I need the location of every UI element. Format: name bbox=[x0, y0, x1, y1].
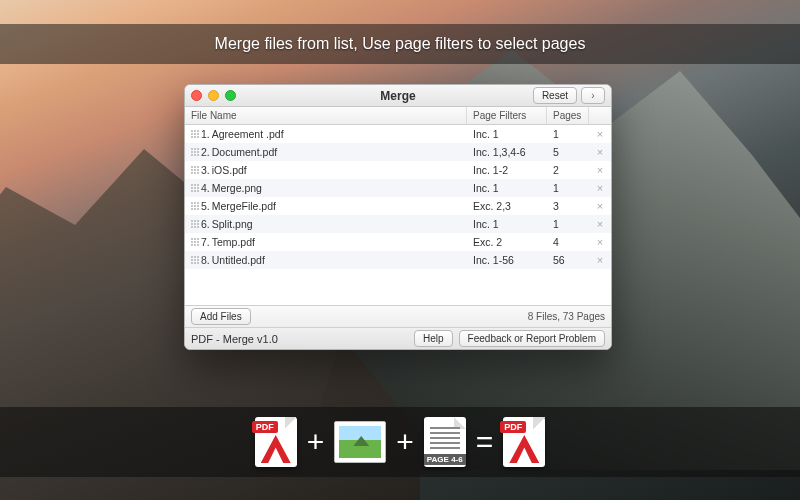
page-filter-cell[interactable]: Inc. 1 bbox=[467, 182, 547, 194]
page-filter-cell[interactable]: Inc. 1 bbox=[467, 128, 547, 140]
svg-point-29 bbox=[197, 184, 199, 186]
adobe-icon bbox=[509, 435, 539, 463]
svg-point-48 bbox=[191, 223, 193, 225]
titlebar: Merge Reset › bbox=[185, 85, 611, 107]
column-pages[interactable]: Pages bbox=[547, 107, 589, 124]
drag-handle-icon[interactable] bbox=[185, 147, 201, 157]
page-range-label: PAGE 4-6 bbox=[424, 454, 466, 465]
svg-point-9 bbox=[191, 148, 193, 150]
svg-point-45 bbox=[191, 220, 193, 222]
page-filter-cell[interactable]: Exc. 2,3 bbox=[467, 200, 547, 212]
table-row[interactable]: 5. MergeFile.pdfExc. 2,33× bbox=[185, 197, 611, 215]
pages-cell: 5 bbox=[547, 146, 589, 158]
svg-point-55 bbox=[194, 238, 196, 240]
plus-icon: + bbox=[396, 425, 414, 459]
page-filter-cell[interactable]: Inc. 1-2 bbox=[467, 164, 547, 176]
svg-point-8 bbox=[197, 136, 199, 138]
help-button[interactable]: Help bbox=[414, 330, 453, 347]
feedback-button[interactable]: Feedback or Report Problem bbox=[459, 330, 605, 347]
svg-point-22 bbox=[194, 169, 196, 171]
remove-row-button[interactable]: × bbox=[589, 182, 611, 194]
table-row[interactable]: 7. Temp.pdfExc. 24× bbox=[185, 233, 611, 251]
svg-point-54 bbox=[191, 238, 193, 240]
svg-point-11 bbox=[197, 148, 199, 150]
drag-handle-icon[interactable] bbox=[185, 237, 201, 247]
remove-row-button[interactable]: × bbox=[589, 218, 611, 230]
promo-caption-text: Merge files from list, Use page filters … bbox=[215, 35, 586, 53]
maximize-icon[interactable] bbox=[225, 90, 236, 101]
drag-handle-icon[interactable] bbox=[185, 219, 201, 229]
reset-button[interactable]: Reset bbox=[533, 87, 577, 104]
svg-point-60 bbox=[191, 244, 193, 246]
page-filter-cell[interactable]: Exc. 2 bbox=[467, 236, 547, 248]
file-name-cell: 7. Temp.pdf bbox=[201, 236, 467, 248]
svg-point-2 bbox=[197, 130, 199, 132]
svg-point-62 bbox=[197, 244, 199, 246]
version-label: PDF - Merge v1.0 bbox=[191, 333, 278, 345]
page-filter-cell[interactable]: Inc. 1 bbox=[467, 218, 547, 230]
column-page-filters[interactable]: Page Filters bbox=[467, 107, 547, 124]
table-row[interactable]: 8. Untitled.pdfInc. 1-5656× bbox=[185, 251, 611, 269]
image-file-icon bbox=[334, 421, 386, 463]
file-list: 1. Agreement .pdfInc. 11×2. Document.pdf… bbox=[185, 125, 611, 269]
svg-point-28 bbox=[194, 184, 196, 186]
drag-handle-icon[interactable] bbox=[185, 165, 201, 175]
remove-row-button[interactable]: × bbox=[589, 164, 611, 176]
pages-cell: 1 bbox=[547, 128, 589, 140]
svg-point-56 bbox=[197, 238, 199, 240]
svg-point-5 bbox=[197, 133, 199, 135]
svg-point-30 bbox=[191, 187, 193, 189]
svg-point-6 bbox=[191, 136, 193, 138]
svg-point-68 bbox=[197, 259, 199, 261]
svg-point-0 bbox=[191, 130, 193, 132]
svg-point-3 bbox=[191, 133, 193, 135]
svg-point-44 bbox=[197, 208, 199, 210]
table-row[interactable]: 4. Merge.pngInc. 11× bbox=[185, 179, 611, 197]
table-row[interactable]: 2. Document.pdfInc. 1,3,4-65× bbox=[185, 143, 611, 161]
remove-row-button[interactable]: × bbox=[589, 146, 611, 158]
svg-point-12 bbox=[191, 151, 193, 153]
remove-row-button[interactable]: × bbox=[589, 236, 611, 248]
table-row[interactable]: 1. Agreement .pdfInc. 11× bbox=[185, 125, 611, 143]
next-button[interactable]: › bbox=[581, 87, 605, 104]
drag-handle-icon[interactable] bbox=[185, 255, 201, 265]
svg-point-10 bbox=[194, 148, 196, 150]
svg-point-7 bbox=[194, 136, 196, 138]
svg-point-36 bbox=[191, 202, 193, 204]
svg-point-43 bbox=[194, 208, 196, 210]
svg-point-41 bbox=[197, 205, 199, 207]
pages-cell: 56 bbox=[547, 254, 589, 266]
minimize-icon[interactable] bbox=[208, 90, 219, 101]
table-row[interactable]: 6. Split.pngInc. 11× bbox=[185, 215, 611, 233]
pdf-badge: PDF bbox=[500, 421, 526, 433]
svg-point-33 bbox=[191, 190, 193, 192]
svg-point-53 bbox=[197, 226, 199, 228]
svg-point-31 bbox=[194, 187, 196, 189]
svg-point-16 bbox=[194, 154, 196, 156]
table-row[interactable]: 3. iOS.pdfInc. 1-22× bbox=[185, 161, 611, 179]
equals-icon: = bbox=[476, 425, 494, 459]
pages-cell: 1 bbox=[547, 218, 589, 230]
remove-row-button[interactable]: × bbox=[589, 254, 611, 266]
feedback-label: Feedback or Report Problem bbox=[468, 333, 596, 344]
add-files-button[interactable]: Add Files bbox=[191, 308, 251, 325]
svg-point-42 bbox=[191, 208, 193, 210]
pages-cell: 1 bbox=[547, 182, 589, 194]
drag-handle-icon[interactable] bbox=[185, 183, 201, 193]
close-icon[interactable] bbox=[191, 90, 202, 101]
drag-handle-icon[interactable] bbox=[185, 129, 201, 139]
table-header: File Name Page Filters Pages bbox=[185, 107, 611, 125]
page-filter-cell[interactable]: Inc. 1,3,4-6 bbox=[467, 146, 547, 158]
chevron-right-icon: › bbox=[591, 90, 594, 101]
column-filename[interactable]: File Name bbox=[185, 107, 467, 124]
remove-row-button[interactable]: × bbox=[589, 128, 611, 140]
svg-point-51 bbox=[191, 226, 193, 228]
merge-window: Merge Reset › File Name Page Filters Pag… bbox=[184, 84, 612, 350]
remove-row-button[interactable]: × bbox=[589, 200, 611, 212]
drag-handle-icon[interactable] bbox=[185, 201, 201, 211]
svg-point-47 bbox=[197, 220, 199, 222]
svg-point-66 bbox=[191, 259, 193, 261]
plus-icon: + bbox=[307, 425, 325, 459]
svg-point-20 bbox=[197, 166, 199, 168]
page-filter-cell[interactable]: Inc. 1-56 bbox=[467, 254, 547, 266]
